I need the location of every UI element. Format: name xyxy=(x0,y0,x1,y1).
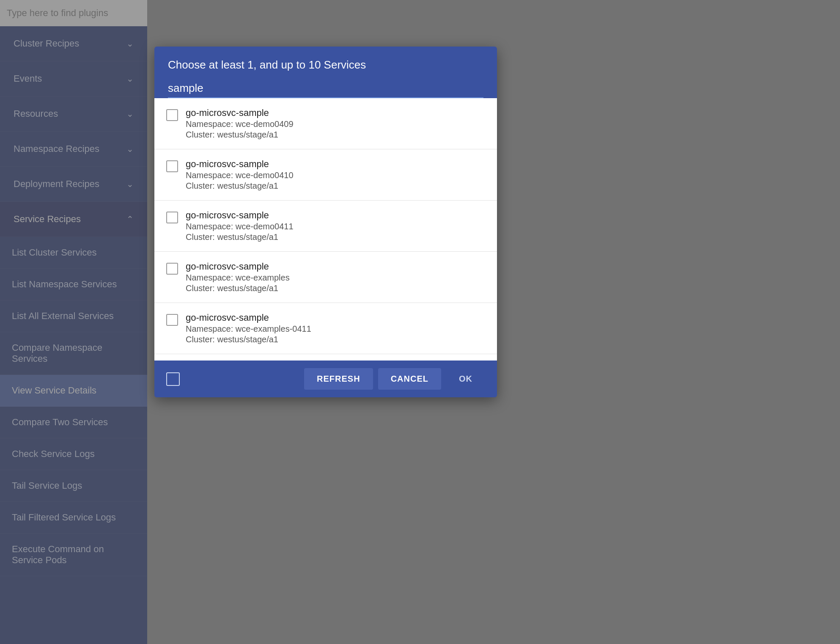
cancel-button[interactable]: CANCEL xyxy=(378,368,441,390)
item-cluster: Cluster: westus/stage/a1 xyxy=(186,130,294,140)
item-namespace: Namespace: wce-examples-0411 xyxy=(186,324,311,334)
item-info-3: go-microsvc-sample Namespace: wce-exampl… xyxy=(186,261,290,293)
item-info-0: go-microsvc-sample Namespace: wce-demo04… xyxy=(186,107,294,140)
list-item: go-microsvc-sample xyxy=(154,354,497,361)
modal-header: Choose at least 1, and up to 10 Services xyxy=(154,47,497,98)
modal-search-input[interactable] xyxy=(168,79,483,98)
select-all-checkbox[interactable] xyxy=(166,372,180,386)
service-selection-modal: Choose at least 1, and up to 10 Services… xyxy=(154,47,497,397)
item-info-4: go-microsvc-sample Namespace: wce-exampl… xyxy=(186,312,311,344)
item-info-2: go-microsvc-sample Namespace: wce-demo04… xyxy=(186,210,294,242)
modal-items-list: go-microsvc-sample Namespace: wce-demo04… xyxy=(154,98,497,361)
refresh-button[interactable]: REFRESH xyxy=(304,368,373,390)
item-checkbox-3[interactable] xyxy=(166,263,178,275)
item-name: go-microsvc-sample xyxy=(186,261,290,272)
item-checkbox-2[interactable] xyxy=(166,212,178,223)
item-info-1: go-microsvc-sample Namespace: wce-demo04… xyxy=(186,159,294,191)
ok-button[interactable]: OK xyxy=(446,368,485,390)
item-namespace: Namespace: wce-demo0410 xyxy=(186,171,294,180)
item-cluster: Cluster: westus/stage/a1 xyxy=(186,335,311,344)
list-item: go-microsvc-sample Namespace: wce-exampl… xyxy=(154,252,497,303)
item-checkbox-1[interactable] xyxy=(166,160,178,172)
list-item: go-microsvc-sample Namespace: wce-demo04… xyxy=(154,201,497,252)
item-checkbox-0[interactable] xyxy=(166,109,178,121)
item-name: go-microsvc-sample xyxy=(186,159,294,170)
item-name: go-microsvc-sample xyxy=(186,210,294,221)
item-namespace: Namespace: wce-examples xyxy=(186,273,290,283)
item-name: go-microsvc-sample xyxy=(186,107,294,118)
item-checkbox-4[interactable] xyxy=(166,314,178,326)
item-namespace: Namespace: wce-demo0409 xyxy=(186,119,294,129)
list-item: go-microsvc-sample Namespace: wce-exampl… xyxy=(154,303,497,354)
item-name: go-microsvc-sample xyxy=(186,312,311,323)
list-item: go-microsvc-sample Namespace: wce-demo04… xyxy=(154,98,497,149)
item-cluster: Cluster: westus/stage/a1 xyxy=(186,232,294,242)
item-cluster: Cluster: westus/stage/a1 xyxy=(186,181,294,191)
item-namespace: Namespace: wce-demo0411 xyxy=(186,222,294,231)
item-cluster: Cluster: westus/stage/a1 xyxy=(186,283,290,293)
modal-footer: REFRESH CANCEL OK xyxy=(154,361,497,397)
list-item: go-microsvc-sample Namespace: wce-demo04… xyxy=(154,149,497,201)
modal-title: Choose at least 1, and up to 10 Services xyxy=(168,58,483,72)
